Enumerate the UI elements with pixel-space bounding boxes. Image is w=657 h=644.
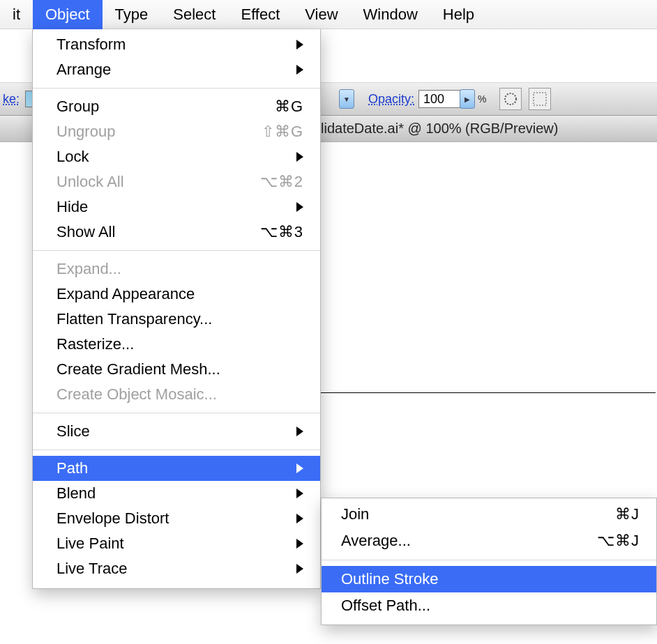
opacity-dropdown-button[interactable]: ▶	[460, 89, 475, 109]
menu-item-label: Unlock All	[56, 173, 253, 191]
chevron-right-icon	[296, 40, 303, 49]
menu-item-create-object-mosaic: Create Object Mosaic...	[33, 382, 320, 407]
menu-item-path[interactable]: Path	[33, 456, 320, 481]
menu-item-label: Rasterize...	[56, 335, 303, 353]
svg-rect-1	[534, 93, 546, 105]
menu-separator	[33, 88, 320, 89]
menu-item-unlock-all: Unlock All ⌥⌘2	[33, 169, 320, 194]
menu-label: Effect	[241, 6, 280, 24]
chevron-right-icon	[296, 463, 303, 473]
submenu-item-label: Average...	[341, 532, 597, 550]
menu-item-transform[interactable]: Transform	[33, 32, 320, 57]
submenu-item-offset-path[interactable]: Offset Path...	[322, 592, 656, 619]
menu-item-label: Lock	[56, 148, 289, 166]
document-title[interactable]: lidateDate.ai* @ 100% (RGB/Preview)	[321, 121, 558, 137]
chevron-right-icon	[296, 202, 303, 212]
submenu-item-outline-stroke[interactable]: Outline Stroke	[322, 566, 656, 592]
menu-label: it	[13, 6, 20, 24]
menu-item-flatten-transparency[interactable]: Flatten Transparency...	[33, 307, 320, 332]
menu-item-label: Ungroup	[56, 123, 255, 141]
menu-item-label: Create Object Mosaic...	[56, 385, 303, 404]
menu-item-label: Path	[56, 459, 289, 477]
menu-item-live-trace[interactable]: Live Trace	[33, 556, 320, 581]
menu-item-label: Slice	[56, 422, 289, 440]
menu-item-show-all[interactable]: Show All ⌥⌘3	[33, 220, 320, 245]
menu-item-expand: Expand...	[33, 256, 320, 282]
svg-point-0	[505, 93, 516, 105]
menu-item-live-paint[interactable]: Live Paint	[33, 531, 320, 556]
menu-item-object[interactable]: Object	[33, 0, 103, 29]
menu-item-label: Expand...	[56, 260, 303, 278]
menu-item-slice[interactable]: Slice	[33, 419, 320, 444]
submenu-item-label: Outline Stroke	[341, 570, 640, 588]
style-icon[interactable]	[499, 88, 522, 110]
opacity-label[interactable]: Opacity:	[368, 92, 414, 107]
menu-separator	[33, 250, 320, 251]
menu-item-label: Flatten Transparency...	[56, 310, 303, 328]
menu-item-label: Envelope Distort	[56, 509, 289, 528]
menu-label: Object	[45, 6, 90, 24]
artboard-edge	[321, 142, 656, 393]
menu-item-create-gradient-mesh[interactable]: Create Gradient Mesh...	[33, 357, 320, 382]
opacity-input[interactable]: 100	[418, 90, 460, 108]
submenu-shortcut: ⌘J	[615, 505, 640, 523]
menu-item-ungroup: Ungroup ⇧⌘G	[33, 119, 320, 144]
menu-item-arrange[interactable]: Arrange	[33, 57, 320, 82]
chevron-right-icon	[296, 427, 303, 436]
dropdown-button[interactable]: ▼	[339, 89, 354, 109]
menu-separator	[33, 450, 320, 450]
chevron-right-icon	[296, 65, 303, 75]
path-submenu: Join ⌘J Average... ⌥⌘J Outline Stroke Of…	[321, 498, 657, 625]
menu-item-envelope-distort[interactable]: Envelope Distort	[33, 506, 320, 531]
menu-item-label: Create Gradient Mesh...	[56, 360, 303, 378]
submenu-shortcut: ⌥⌘J	[597, 532, 640, 550]
chevron-right-icon	[296, 539, 303, 549]
submenu-item-label: Offset Path...	[341, 597, 640, 615]
menu-label: Type	[115, 6, 149, 24]
menu-item-select[interactable]: Select	[160, 0, 228, 29]
menu-item-lock[interactable]: Lock	[33, 144, 320, 169]
menu-item-expand-appearance[interactable]: Expand Appearance	[33, 282, 320, 307]
menu-item-label: Arrange	[56, 61, 289, 79]
menu-item-edit-partial[interactable]: it	[0, 0, 33, 29]
menu-label: View	[305, 6, 338, 24]
submenu-separator	[322, 560, 656, 560]
menu-item-label: Show All	[56, 223, 253, 241]
menu-item-label: Transform	[56, 36, 289, 54]
menu-item-help[interactable]: Help	[430, 0, 487, 29]
opacity-unit: %	[478, 93, 486, 105]
menu-shortcut: ⌘G	[275, 98, 303, 116]
submenu-item-average[interactable]: Average... ⌥⌘J	[322, 528, 656, 554]
menu-item-type[interactable]: Type	[103, 0, 161, 29]
menubar: it Object Type Select Effect View Window…	[0, 0, 657, 29]
menu-item-view[interactable]: View	[292, 0, 350, 29]
menu-item-label: Live Paint	[56, 535, 289, 553]
menu-item-hide[interactable]: Hide	[33, 194, 320, 220]
object-menu-dropdown: Transform Arrange Group ⌘G Ungroup ⇧⌘G L…	[32, 29, 321, 589]
chevron-right-icon	[296, 152, 303, 162]
stroke-label[interactable]: ke:	[3, 92, 20, 107]
menu-item-blend[interactable]: Blend	[33, 481, 320, 506]
menu-label: Window	[363, 6, 418, 24]
chevron-right-icon	[296, 514, 303, 523]
menu-item-label: Blend	[56, 484, 289, 503]
submenu-item-label: Join	[341, 505, 615, 523]
menu-item-label: Group	[56, 98, 268, 116]
menu-label: Help	[443, 6, 474, 24]
menu-label: Select	[173, 6, 216, 24]
menu-item-label: Expand Appearance	[56, 285, 303, 303]
menu-item-effect[interactable]: Effect	[228, 0, 292, 29]
menu-separator	[33, 413, 320, 413]
submenu-item-join[interactable]: Join ⌘J	[322, 501, 656, 528]
menu-item-label: Hide	[56, 198, 289, 216]
chevron-right-icon	[296, 489, 303, 498]
chevron-right-icon	[296, 564, 303, 574]
menu-shortcut: ⌥⌘2	[260, 173, 303, 191]
menu-item-rasterize[interactable]: Rasterize...	[33, 332, 320, 357]
menu-item-label: Live Trace	[56, 560, 289, 578]
menu-item-window[interactable]: Window	[351, 0, 430, 29]
transparency-grid-icon[interactable]	[529, 88, 551, 110]
menu-shortcut: ⌥⌘3	[260, 223, 303, 241]
menu-item-group[interactable]: Group ⌘G	[33, 94, 320, 119]
menu-shortcut: ⇧⌘G	[262, 123, 303, 141]
